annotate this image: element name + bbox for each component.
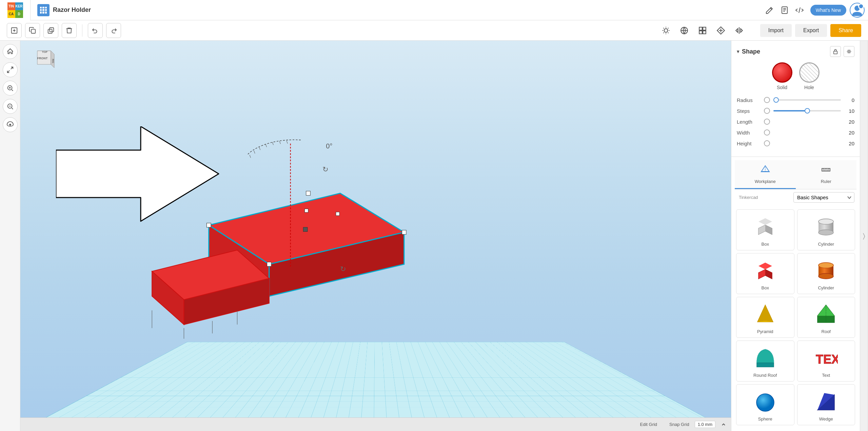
svg-text:RIG: RIG — [52, 59, 54, 63]
zoom-in-button[interactable] — [3, 81, 18, 96]
snap-value-up-icon[interactable] — [722, 423, 726, 427]
undo-button[interactable] — [88, 23, 103, 38]
logo-area: TIN KER CA D — [0, 0, 31, 20]
shape-item-box-red[interactable]: Box — [736, 253, 794, 294]
hole-button[interactable]: Hole — [799, 62, 820, 90]
library-header: Tinkercad Basic Shapes Text & Numbers Co… — [735, 189, 856, 205]
code-icon-button[interactable] — [792, 3, 807, 18]
svg-text:↻: ↻ — [340, 265, 346, 273]
radius-label: Radius — [737, 97, 764, 103]
steps-row: Steps 10 — [737, 108, 854, 114]
project-title[interactable]: Razor Holder — [53, 6, 91, 14]
radius-circle[interactable] — [764, 97, 770, 103]
svg-marker-24 — [209, 225, 269, 296]
svg-point-68 — [818, 230, 833, 235]
shape-item-wedge-navy[interactable]: Wedge — [797, 384, 855, 425]
export-button[interactable]: Export — [795, 24, 827, 37]
logo-d: D — [15, 10, 23, 18]
svg-rect-29 — [267, 262, 272, 266]
import-button[interactable]: Import — [760, 24, 792, 37]
lock-button[interactable] — [830, 46, 841, 57]
snap-button[interactable] — [713, 23, 728, 38]
steps-slider[interactable] — [773, 110, 841, 111]
height-circle[interactable] — [764, 140, 770, 146]
svg-marker-80 — [757, 305, 773, 322]
svg-rect-5 — [31, 29, 35, 33]
svg-text:+: + — [860, 5, 862, 9]
workplane-icon — [760, 164, 771, 178]
svg-line-37 — [265, 144, 267, 147]
copy-button[interactable] — [25, 23, 40, 38]
shape-item-round-roof-teal[interactable]: Round Roof — [736, 341, 794, 382]
radius-slider[interactable] — [773, 99, 841, 101]
edit-grid-label[interactable]: Edit Grid — [640, 422, 657, 427]
category-select[interactable]: Basic Shapes Text & Numbers Connectors — [793, 192, 854, 203]
edit-icon-button[interactable] — [762, 3, 777, 18]
svg-text:↻: ↻ — [322, 165, 329, 173]
zoom-out-button[interactable] — [3, 99, 18, 114]
svg-rect-32 — [336, 212, 339, 216]
svg-marker-50 — [56, 126, 219, 221]
new-shape-button[interactable] — [7, 23, 22, 38]
wireframe-button[interactable] — [677, 23, 692, 38]
ruler-tab[interactable]: Ruler — [796, 160, 857, 189]
snap-grid-value[interactable]: 1.0 mm — [695, 421, 715, 428]
tinkercad-logo: TIN KER CA D — [7, 2, 23, 18]
edit-toolbar: Import Export Share — [0, 20, 868, 41]
radius-value: 0 — [841, 97, 854, 103]
files-icon-button[interactable] — [777, 3, 792, 18]
redo-button[interactable] — [106, 23, 121, 38]
svg-line-40 — [287, 141, 288, 143]
round-roof-teal-icon — [752, 344, 779, 371]
shape-item-roof-green[interactable]: Roof — [797, 297, 855, 338]
grid-view-button[interactable] — [37, 4, 50, 16]
user-avatar-button[interactable]: + — [850, 3, 865, 18]
delete-button[interactable] — [62, 23, 77, 38]
svg-line-35 — [254, 151, 255, 153]
shape-item-cylinder-orange[interactable]: Cylinder — [797, 253, 855, 294]
snap-grid-label: Snap Grid — [669, 422, 689, 427]
svg-rect-27 — [306, 191, 311, 196]
width-label: Width — [737, 130, 764, 136]
shape-item-pyramid-yellow[interactable]: Pyramid — [736, 297, 794, 338]
svg-text:FRONT: FRONT — [37, 57, 48, 60]
view-mode-button[interactable] — [695, 23, 710, 38]
shapes-grid: Box — [735, 208, 856, 427]
svg-point-8 — [664, 28, 668, 32]
panel-collapse-button[interactable]: 〉 — [860, 41, 868, 431]
length-circle[interactable] — [764, 119, 770, 125]
hole-icon — [799, 62, 820, 83]
shape-type-row: Solid Hole — [737, 62, 854, 90]
view-cube[interactable]: FRONT RIG TOP — [27, 47, 58, 78]
width-circle[interactable] — [764, 129, 770, 136]
steps-circle[interactable] — [764, 108, 770, 114]
pyramid-yellow-icon — [752, 301, 779, 328]
svg-line-38 — [272, 142, 273, 145]
whats-new-button[interactable]: What's New — [810, 5, 846, 16]
mirror-button[interactable] — [732, 23, 747, 38]
light-toggle-button[interactable] — [658, 23, 673, 38]
workplane-tab[interactable]: Workplane — [735, 160, 796, 189]
svg-marker-41 — [152, 250, 269, 300]
svg-marker-73 — [758, 263, 772, 269]
hole-label: Hole — [804, 85, 814, 90]
logo-tin: TIN — [7, 2, 15, 10]
svg-rect-10 — [699, 27, 702, 30]
solid-button[interactable]: Solid — [772, 62, 792, 90]
box-red-icon — [752, 257, 779, 284]
shape-item-sphere-blue[interactable]: Sphere — [736, 384, 794, 425]
svg-marker-23 — [209, 193, 404, 264]
home-view-button[interactable] — [3, 44, 18, 59]
svg-rect-28 — [402, 230, 406, 234]
sun-button[interactable] — [844, 46, 854, 57]
duplicate-button[interactable] — [43, 23, 58, 38]
orbit-button[interactable] — [3, 117, 18, 132]
3d-viewport[interactable]: FRONT RIG TOP — [20, 41, 731, 431]
share-button[interactable]: Share — [830, 24, 861, 37]
ruler-label: Ruler — [821, 179, 831, 184]
shape-item-cylinder-gray[interactable]: Cylinder — [797, 209, 855, 250]
fit-view-button[interactable] — [3, 62, 18, 77]
shape-name-wedge-navy: Wedge — [819, 416, 833, 422]
shape-item-box-gray[interactable]: Box — [736, 209, 794, 250]
shape-item-text-red[interactable]: TEXT Text — [797, 341, 855, 382]
